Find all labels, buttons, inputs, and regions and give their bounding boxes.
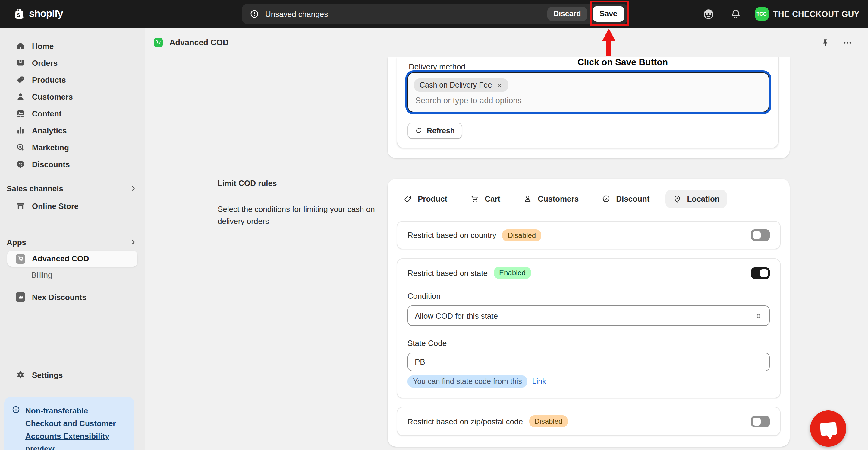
annotation-highlight-box — [590, 1, 629, 26]
sidebar-item-nex-discounts[interactable]: Nex Discounts — [0, 288, 145, 305]
refresh-icon — [415, 127, 423, 135]
updown-chevrons-icon — [755, 312, 763, 319]
chat-widget-button[interactable] — [810, 411, 846, 447]
section-divider — [218, 168, 789, 168]
person-icon — [523, 194, 532, 203]
marketing-icon — [16, 142, 25, 152]
face-icon[interactable] — [702, 7, 715, 20]
state-code-input[interactable] — [407, 353, 770, 371]
sidebar-item-billing[interactable]: Billing — [0, 267, 145, 283]
rule-row-zip: Restrict based on zip/postal code Disabl… — [397, 407, 781, 436]
cart-app-icon — [16, 254, 25, 263]
pin-icon[interactable] — [820, 38, 830, 47]
analytics-icon — [16, 125, 25, 135]
remove-tag-icon[interactable] — [496, 82, 503, 88]
sidebar-item-marketing[interactable]: Marketing — [0, 139, 145, 156]
avatar[interactable]: TCG — [755, 7, 768, 21]
shopify-wordmark: shopify — [29, 8, 63, 20]
delivery-method-label: Delivery method — [409, 62, 465, 71]
apps-header[interactable]: Apps — [0, 236, 145, 248]
tab-cart[interactable]: Cart — [463, 190, 507, 208]
store-icon — [16, 201, 25, 211]
sidebar-item-advanced-cod[interactable]: Advanced COD — [7, 251, 137, 267]
sidebar-item-home[interactable]: Home — [0, 37, 145, 54]
state-toggle[interactable] — [751, 267, 770, 279]
chat-bubble-icon — [820, 422, 837, 435]
tag-icon — [403, 194, 412, 203]
unsaved-changes-bar: Unsaved changes Discard Save — [242, 4, 628, 24]
discard-button[interactable]: Discard — [547, 7, 587, 21]
delivery-method-section-card: Delivery method Cash on Delivery Fee Sea… — [388, 57, 789, 158]
condition-label: Condition — [407, 291, 770, 301]
rule-row-state: Restrict based on state Enabled Conditio… — [397, 258, 781, 398]
rule-title: Restrict based on zip/postal code — [407, 417, 523, 426]
sidebar-item-customers[interactable]: Customers — [0, 88, 145, 105]
shopify-logo[interactable]: S shopify — [13, 0, 63, 28]
topbar-right-cluster: TCG THE CHECKOUT GUY — [702, 0, 860, 28]
person-icon — [16, 92, 25, 102]
selected-option-tag: Cash on Delivery Fee — [414, 79, 508, 92]
alert-circle-icon — [250, 9, 259, 19]
app-window: S shopify Unsaved changes Discard Save T… — [0, 0, 868, 450]
sidebar-item-content[interactable]: Content — [0, 105, 145, 122]
rules-section-heading: Limit COD rules — [218, 179, 394, 188]
store-name[interactable]: THE CHECKOUT GUY — [773, 9, 860, 19]
content-icon — [16, 109, 25, 118]
orders-icon — [16, 58, 25, 67]
rules-section-description: Select the conditions for limiting your … — [218, 203, 394, 228]
state-code-help-text: You can find state code from this — [407, 375, 527, 388]
extensibility-preview-link[interactable]: Checkout and Customer Accounts Extensibi… — [25, 419, 116, 441]
gear-icon — [16, 370, 25, 380]
svg-text:S: S — [17, 12, 20, 18]
zip-toggle[interactable] — [751, 416, 770, 427]
sidebar-item-analytics[interactable]: Analytics — [0, 122, 145, 139]
sidebar-item-products[interactable]: Products — [0, 71, 145, 88]
location-icon — [673, 194, 681, 203]
rule-title: Restrict based on state — [407, 268, 488, 277]
state-code-label: State Code — [407, 339, 770, 348]
annotation-label: Click on Save Button — [569, 57, 676, 67]
sidebar-item-orders[interactable]: Orders — [0, 54, 145, 71]
main-area: Advanced COD Delivery method Cash on Del… — [145, 28, 868, 450]
status-badge: Enabled — [494, 267, 531, 279]
delivery-method-multiselect[interactable]: Cash on Delivery Fee Search or type to a… — [407, 73, 769, 112]
delivery-method-card: Delivery method Cash on Delivery Fee Sea… — [397, 57, 779, 148]
more-options-icon[interactable] — [843, 38, 852, 47]
crown-app-icon — [16, 292, 25, 302]
state-code-help-link[interactable]: Link — [532, 377, 546, 386]
sidebar-item-settings[interactable]: Settings — [0, 366, 145, 383]
country-toggle[interactable] — [751, 229, 770, 241]
annotation-arrow-shaft — [607, 40, 611, 56]
top-bar: S shopify Unsaved changes Discard Save T… — [0, 0, 868, 28]
tab-product[interactable]: Product — [396, 190, 455, 208]
sidebar-item-discounts[interactable]: Discounts — [0, 156, 145, 173]
sidebar-item-online-store[interactable]: Online Store — [0, 197, 145, 214]
chevron-right-icon — [129, 238, 137, 246]
page-header: Advanced COD — [145, 28, 868, 57]
notice-text: Non-transferable Checkout and Customer A… — [25, 404, 117, 450]
rule-title: Restrict based on country — [407, 231, 496, 240]
page-title: Advanced COD — [169, 38, 229, 47]
info-icon — [11, 405, 21, 414]
cart-icon — [470, 194, 479, 203]
rules-tabs: Product Cart Customers Discount Location — [396, 190, 727, 208]
status-badge: Disabled — [502, 229, 541, 241]
advanced-cod-app-icon — [154, 38, 163, 47]
discount-icon — [16, 159, 25, 169]
condition-select[interactable]: Allow COD for this state — [407, 305, 770, 326]
status-badge: Disabled — [529, 415, 568, 427]
sidebar: Home Orders Products Customers Content A… — [0, 28, 145, 450]
tab-location[interactable]: Location — [665, 190, 727, 208]
discount-icon — [601, 194, 611, 203]
tab-discount[interactable]: Discount — [594, 190, 657, 208]
sales-channels-header[interactable]: Sales channels — [0, 182, 145, 194]
extensibility-notice: Non-transferable Checkout and Customer A… — [4, 397, 134, 450]
tag-icon — [16, 75, 25, 85]
multiselect-placeholder: Search or type to add options — [415, 96, 522, 105]
rules-card: Product Cart Customers Discount Location — [388, 179, 789, 447]
tab-customers[interactable]: Customers — [516, 190, 586, 208]
notifications-bell-icon[interactable] — [730, 8, 741, 20]
home-icon — [16, 41, 25, 51]
refresh-button[interactable]: Refresh — [407, 122, 462, 139]
shopify-bag-icon: S — [13, 7, 25, 20]
